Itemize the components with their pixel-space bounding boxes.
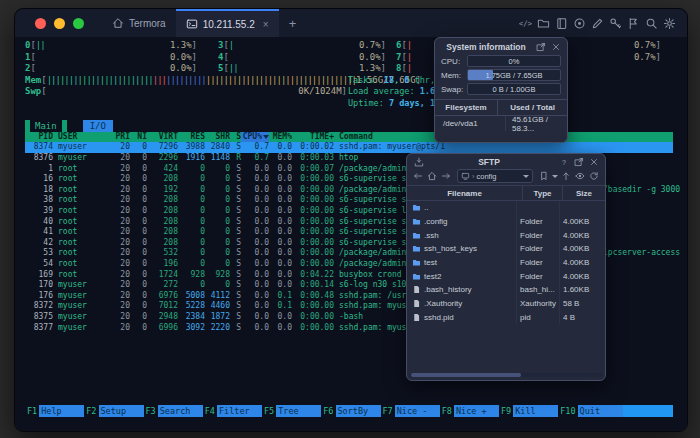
path-dropdown-icon[interactable] <box>523 175 529 178</box>
fkey-f5[interactable]: F5 <box>262 405 276 417</box>
tab-close-icon[interactable]: × <box>263 19 269 30</box>
close-window-button[interactable] <box>35 18 46 29</box>
column-header-pri[interactable]: PRI <box>108 132 130 143</box>
fkey-label-setup[interactable]: Setup <box>99 405 144 417</box>
filename-column-header[interactable]: Filename <box>407 186 523 200</box>
file-row-config[interactable]: .configFolder4.00KB <box>407 215 605 229</box>
bookmark-icon[interactable] <box>538 170 550 182</box>
refresh-icon[interactable] <box>588 170 600 182</box>
cpu-meter-1: 1[0.0%] <box>25 52 197 63</box>
key-icon[interactable] <box>608 17 623 30</box>
fkey-label-tree[interactable]: Tree <box>276 405 321 417</box>
gauge-cpu: CPU:0% <box>435 54 567 68</box>
file-name: .. <box>424 203 428 212</box>
upload-icon[interactable] <box>560 170 572 182</box>
fkey-f4[interactable]: F4 <box>203 405 217 417</box>
record-icon[interactable] <box>572 17 587 30</box>
folder-icon <box>412 217 421 226</box>
column-header-s[interactable]: S <box>230 132 241 143</box>
fkey-label-kill[interactable]: Kill <box>513 405 558 417</box>
search-icon[interactable] <box>644 17 659 30</box>
column-header-pid[interactable]: PID <box>25 132 53 143</box>
column-header-mem[interactable]: MEM% <box>269 132 292 143</box>
fkey-label-search[interactable]: Search <box>158 405 203 417</box>
file-size: 4.00KB <box>560 258 605 267</box>
type-column-header[interactable]: Type <box>523 186 563 200</box>
fkey-f8[interactable]: F8 <box>440 405 454 417</box>
bookmark-dropdown-icon[interactable] <box>552 175 558 178</box>
file-row-test[interactable]: testFolder4.00KB <box>407 256 605 270</box>
folder-icon <box>412 203 421 212</box>
process-row-8374[interactable]: 8374myuser200729639882840S0.70.00:00.02s… <box>25 142 673 153</box>
forward-icon[interactable] <box>440 170 452 182</box>
fkey-f1[interactable]: F1 <box>25 405 39 417</box>
gauge-bar: 1.75GB / 7.65GB <box>467 69 561 81</box>
scrollbar-thumb[interactable] <box>411 373 521 377</box>
file-row-Xauthority[interactable]: .XauthorityXauthority58 B <box>407 297 605 311</box>
notebook-icon[interactable] <box>554 17 569 30</box>
minimize-window-button[interactable] <box>54 18 65 29</box>
fkey-f10[interactable]: F10 <box>558 405 577 417</box>
pencil-icon[interactable] <box>590 17 605 30</box>
fkey-label-quit[interactable]: Quit <box>578 405 623 417</box>
size-column-header[interactable]: Size <box>563 189 605 198</box>
file-row-test2[interactable]: test2Folder4.00KB <box>407 269 605 283</box>
file-row-bashhistory[interactable]: .bash_historybash_hi...1.60KB <box>407 283 605 297</box>
path-breadcrumb[interactable]: › config <box>457 169 533 183</box>
zoom-window-button[interactable] <box>73 18 84 29</box>
htop-screen-tabs: MainI/O <box>25 120 113 132</box>
fkey-f2[interactable]: F2 <box>84 405 98 417</box>
column-header-user[interactable]: USER <box>53 132 108 143</box>
swp-meter: Swp[0K/1024M] <box>25 86 347 97</box>
detach-sftp-icon[interactable] <box>573 156 584 167</box>
file-row-sshhostkeys[interactable]: ssh_host_keysFolder4.00KB <box>407 242 605 256</box>
file-type: Folder <box>517 228 560 242</box>
column-header-shr[interactable]: SHR <box>205 132 230 143</box>
fkey-label-filter[interactable]: Filter <box>217 405 262 417</box>
filesystem-column-header[interactable]: Filesystem <box>435 100 498 115</box>
fkey-f3[interactable]: F3 <box>144 405 158 417</box>
file-row-sshdpid[interactable]: sshd.pidpid4 B <box>407 311 605 325</box>
fkey-label-nice[interactable]: Nice - <box>395 405 440 417</box>
tab-ssh-session[interactable]: 10.211.55.2 × <box>176 9 279 37</box>
file-type <box>517 201 560 215</box>
download-icon[interactable] <box>413 156 424 167</box>
filesystem-used-total: 45.61GB / 58.3... <box>506 115 567 133</box>
column-header-ni[interactable]: NI <box>130 132 147 143</box>
gear-icon[interactable] <box>662 17 677 30</box>
gauge-bar: 0 B / 1.00GB <box>467 83 561 95</box>
column-header-virt[interactable]: VIRT <box>147 132 178 143</box>
help-icon[interactable]: ? <box>558 156 569 167</box>
tab-termora-home[interactable]: Termora <box>102 9 176 37</box>
close-panel-icon[interactable] <box>550 41 561 52</box>
new-tab-button[interactable]: + <box>279 9 307 37</box>
folder-icon <box>412 258 421 267</box>
htop-tab-io[interactable]: I/O <box>83 120 113 132</box>
back-icon[interactable] <box>412 170 424 182</box>
fkey-label-sortby[interactable]: SortBy <box>336 405 381 417</box>
column-header-cpu[interactable]: CPU% <box>241 132 269 143</box>
fkey-f7[interactable]: F7 <box>381 405 395 417</box>
filesystem-row[interactable]: /dev/vda145.61GB / 58.3... <box>435 116 567 131</box>
home-folder-icon[interactable] <box>426 170 438 182</box>
detach-panel-icon[interactable] <box>535 41 546 52</box>
htop-tab-main[interactable]: Main <box>25 120 67 132</box>
close-sftp-icon[interactable] <box>588 156 599 167</box>
flag-icon[interactable] <box>626 17 641 30</box>
show-hidden-icon[interactable] <box>574 170 586 182</box>
fkey-f9[interactable]: F9 <box>499 405 513 417</box>
fkey-label-help[interactable]: Help <box>39 405 84 417</box>
folder-icon <box>412 244 421 253</box>
file-row-[interactable]: .. <box>407 201 605 215</box>
code-icon[interactable]: </> <box>518 17 533 30</box>
fkey-label-nice[interactable]: Nice + <box>454 405 499 417</box>
used-total-column-header[interactable]: Used / Total <box>498 103 567 112</box>
sftp-horizontal-scrollbar[interactable] <box>410 373 602 377</box>
folder-icon[interactable] <box>536 17 551 30</box>
file-type: Folder <box>517 242 560 256</box>
file-row-ssh[interactable]: .sshFolder4.00KB <box>407 228 605 242</box>
fkey-f6[interactable]: F6 <box>321 405 335 417</box>
column-header-time[interactable]: TIME+ <box>292 132 334 143</box>
column-header-res[interactable]: RES <box>178 132 205 143</box>
cpu-meter-3: 3[|0.7%] <box>218 40 386 51</box>
